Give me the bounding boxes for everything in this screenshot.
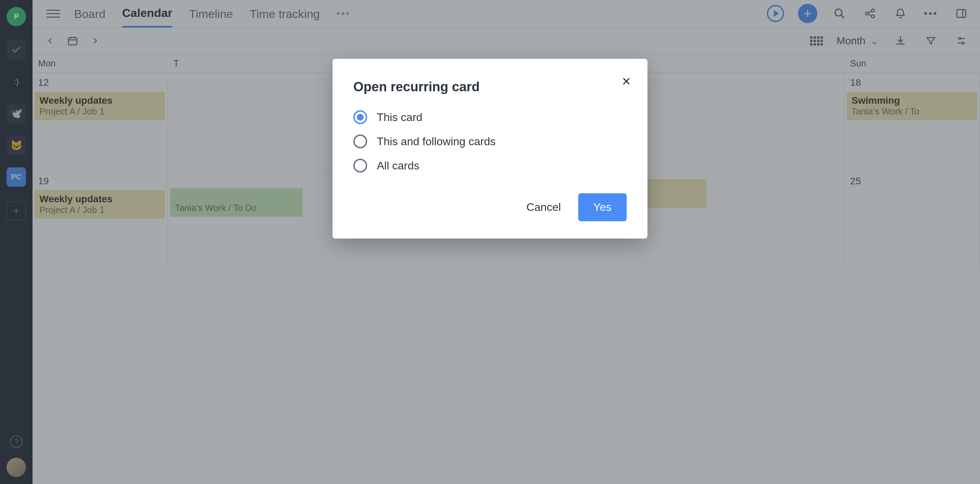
close-icon <box>622 77 631 86</box>
radio-option-this-card[interactable]: This card <box>353 110 627 124</box>
radio-option-following[interactable]: This and following cards <box>353 135 627 148</box>
radio-option-all[interactable]: All cards <box>353 159 627 173</box>
modal-close-button[interactable] <box>622 77 631 86</box>
radio-label: This and following cards <box>377 135 496 148</box>
radio-label: This card <box>377 111 423 124</box>
modal-scrim[interactable]: Open recurring card This card This and f… <box>0 0 980 484</box>
recurring-card-modal: Open recurring card This card This and f… <box>332 59 648 238</box>
radio-icon <box>353 110 367 124</box>
modal-actions: Cancel Yes <box>353 193 627 221</box>
modal-title: Open recurring card <box>353 79 627 94</box>
cancel-button[interactable]: Cancel <box>523 194 565 221</box>
radio-icon <box>353 159 367 173</box>
confirm-button[interactable]: Yes <box>578 193 627 221</box>
radio-label: All cards <box>377 159 419 172</box>
radio-icon <box>353 135 367 148</box>
